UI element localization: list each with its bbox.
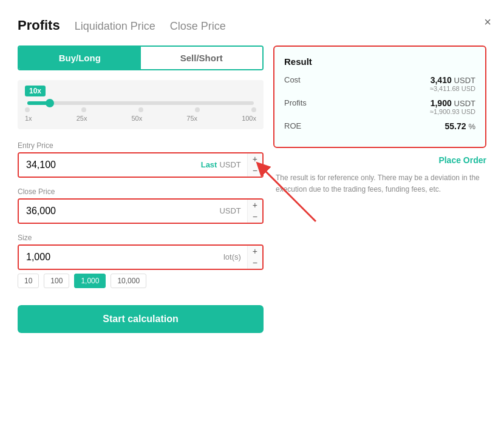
entry-price-input[interactable] (19, 153, 195, 177)
entry-price-unit: Last USDT (195, 153, 247, 177)
size-input[interactable] (19, 246, 217, 269)
size-increment[interactable]: + (248, 246, 262, 257)
cost-label: Cost (284, 75, 301, 84)
result-box: Result Cost 3,410 USDT ≈3,411.68 USD Pro… (273, 45, 486, 148)
close-price-label: Close Price (18, 187, 264, 196)
leverage-area: 10x 1x 25x 50x 75x 100x (18, 80, 264, 129)
size-preset-10[interactable]: 10 (18, 274, 39, 288)
left-panel: Buy/Long Sell/Short 10x 1x (18, 45, 264, 333)
last-label: Last (201, 160, 217, 169)
entry-price-decrement[interactable]: − (248, 165, 262, 177)
close-price-increment[interactable]: + (248, 200, 262, 211)
lever-label-1x: 1x (25, 115, 32, 122)
profits-label: Profits (284, 98, 307, 107)
buy-sell-toggle: Buy/Long Sell/Short (18, 45, 264, 70)
size-unit-label: lot(s) (223, 252, 241, 261)
cost-row: Cost 3,410 USDT ≈3,411.68 USD (284, 75, 475, 92)
right-panel: Result Cost 3,410 USDT ≈3,411.68 USD Pro… (273, 45, 486, 333)
place-order-button[interactable]: Place Order (273, 155, 486, 165)
result-title: Result (284, 56, 475, 67)
slider-dot (251, 107, 256, 112)
roe-label: ROE (284, 121, 301, 130)
lever-label-25x: 25x (77, 115, 87, 122)
close-price-currency: USDT (219, 206, 240, 215)
entry-price-stepper: + − (247, 153, 262, 177)
modal: × Profits Liquidation Price Close Price … (3, 5, 501, 436)
size-preset-1000[interactable]: 1,000 (74, 274, 106, 288)
slider-dot (81, 107, 86, 112)
tab-close-price[interactable]: Close Price (170, 20, 226, 33)
cost-value-wrap: 3,410 USDT ≈3,411.68 USD (430, 75, 475, 92)
profits-row: Profits 1,900 USDT ≈1,900.93 USD (284, 98, 475, 115)
lever-label-50x: 50x (132, 115, 143, 122)
size-decrement[interactable]: − (248, 257, 262, 269)
slider-dots (25, 107, 256, 112)
slider-track[interactable] (27, 101, 254, 105)
disclaimer: The result is for reference only. There … (273, 172, 486, 195)
entry-price-currency: USDT (219, 160, 240, 169)
lever-label-100x: 100x (242, 115, 256, 122)
size-preset-10000[interactable]: 10,000 (111, 274, 146, 288)
close-price-unit: USDT (213, 200, 247, 223)
tab-liquidation-price[interactable]: Liquidation Price (75, 20, 155, 33)
close-price-input[interactable] (19, 200, 213, 223)
profits-sub: ≈1,900.93 USD (430, 108, 475, 115)
entry-price-label: Entry Price (18, 141, 264, 150)
slider-thumb[interactable] (46, 99, 54, 107)
size-unit: lot(s) (217, 246, 247, 269)
buy-long-button[interactable]: Buy/Long (19, 47, 141, 69)
slider-labels: 1x 25x 50x 75x 100x (25, 115, 256, 122)
cost-sub: ≈3,411.68 USD (430, 85, 475, 92)
size-input-group: lot(s) + − (18, 244, 264, 270)
close-price-stepper: + − (247, 200, 262, 223)
cost-value: 3,410 USDT (430, 75, 475, 85)
profits-value-wrap: 1,900 USDT ≈1,900.93 USD (430, 98, 475, 115)
close-button[interactable]: × (484, 15, 491, 29)
slider-dot (195, 107, 200, 112)
leverage-badge: 10x (25, 86, 46, 96)
roe-value: 55.72 % (445, 121, 476, 131)
entry-price-increment[interactable]: + (248, 153, 262, 165)
content-row: Buy/Long Sell/Short 10x 1x (18, 45, 486, 333)
profits-value: 1,900 USDT (430, 98, 475, 108)
slider-dot (25, 107, 30, 112)
tab-profits[interactable]: Profits (18, 18, 60, 33)
lever-label-75x: 75x (186, 115, 197, 122)
close-price-input-group: USDT + − (18, 198, 264, 224)
size-label: Size (18, 234, 264, 242)
size-preset-100[interactable]: 100 (44, 274, 69, 288)
slider-dot (138, 107, 143, 112)
roe-value-wrap: 55.72 % (445, 121, 476, 131)
close-price-decrement[interactable]: − (248, 211, 262, 223)
sell-short-button[interactable]: Sell/Short (141, 47, 263, 69)
start-calculation-button[interactable]: Start calculation (18, 305, 264, 333)
tabs-row: Profits Liquidation Price Close Price (18, 18, 486, 33)
entry-price-input-group: Last USDT + − (18, 152, 264, 178)
roe-row: ROE 55.72 % (284, 121, 475, 131)
size-presets: 10 100 1,000 10,000 (18, 274, 264, 288)
size-stepper: + − (247, 246, 262, 269)
